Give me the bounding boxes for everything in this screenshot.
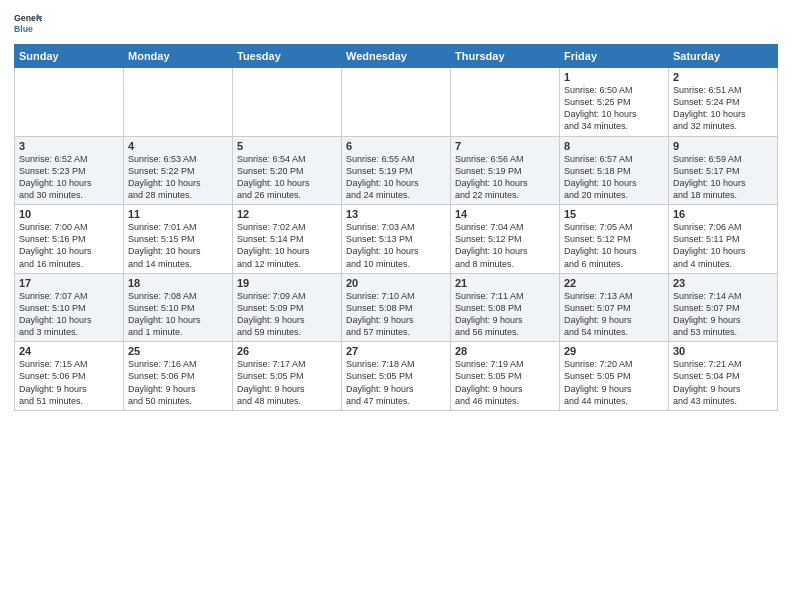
day-number: 27 [346, 345, 446, 357]
weekday-header-monday: Monday [124, 45, 233, 68]
day-cell: 4Sunrise: 6:53 AM Sunset: 5:22 PM Daylig… [124, 136, 233, 205]
day-cell: 6Sunrise: 6:55 AM Sunset: 5:19 PM Daylig… [342, 136, 451, 205]
day-info: Sunrise: 7:03 AM Sunset: 5:13 PM Dayligh… [346, 221, 446, 270]
day-info: Sunrise: 7:15 AM Sunset: 5:06 PM Dayligh… [19, 358, 119, 407]
week-row-2: 3Sunrise: 6:52 AM Sunset: 5:23 PM Daylig… [15, 136, 778, 205]
svg-text:Blue: Blue [14, 24, 33, 34]
day-cell: 27Sunrise: 7:18 AM Sunset: 5:05 PM Dayli… [342, 342, 451, 411]
calendar: SundayMondayTuesdayWednesdayThursdayFrid… [14, 44, 778, 411]
day-cell: 13Sunrise: 7:03 AM Sunset: 5:13 PM Dayli… [342, 205, 451, 274]
day-cell: 3Sunrise: 6:52 AM Sunset: 5:23 PM Daylig… [15, 136, 124, 205]
header: General Blue [14, 10, 778, 38]
logo: General Blue [14, 10, 46, 38]
day-cell: 28Sunrise: 7:19 AM Sunset: 5:05 PM Dayli… [451, 342, 560, 411]
day-cell: 8Sunrise: 6:57 AM Sunset: 5:18 PM Daylig… [560, 136, 669, 205]
day-info: Sunrise: 7:21 AM Sunset: 5:04 PM Dayligh… [673, 358, 773, 407]
day-info: Sunrise: 6:59 AM Sunset: 5:17 PM Dayligh… [673, 153, 773, 202]
day-info: Sunrise: 6:51 AM Sunset: 5:24 PM Dayligh… [673, 84, 773, 133]
day-number: 14 [455, 208, 555, 220]
day-number: 8 [564, 140, 664, 152]
day-cell: 2Sunrise: 6:51 AM Sunset: 5:24 PM Daylig… [669, 68, 778, 137]
day-number: 19 [237, 277, 337, 289]
weekday-header-friday: Friday [560, 45, 669, 68]
day-cell: 29Sunrise: 7:20 AM Sunset: 5:05 PM Dayli… [560, 342, 669, 411]
day-cell: 24Sunrise: 7:15 AM Sunset: 5:06 PM Dayli… [15, 342, 124, 411]
week-row-1: 1Sunrise: 6:50 AM Sunset: 5:25 PM Daylig… [15, 68, 778, 137]
day-info: Sunrise: 7:11 AM Sunset: 5:08 PM Dayligh… [455, 290, 555, 339]
day-number: 15 [564, 208, 664, 220]
day-info: Sunrise: 7:10 AM Sunset: 5:08 PM Dayligh… [346, 290, 446, 339]
day-info: Sunrise: 7:04 AM Sunset: 5:12 PM Dayligh… [455, 221, 555, 270]
day-info: Sunrise: 6:50 AM Sunset: 5:25 PM Dayligh… [564, 84, 664, 133]
weekday-header-saturday: Saturday [669, 45, 778, 68]
day-number: 4 [128, 140, 228, 152]
logo-icon: General Blue [14, 10, 42, 38]
page: General Blue SundayMondayTuesdayWednesda… [0, 0, 792, 612]
day-info: Sunrise: 7:07 AM Sunset: 5:10 PM Dayligh… [19, 290, 119, 339]
day-cell: 17Sunrise: 7:07 AM Sunset: 5:10 PM Dayli… [15, 273, 124, 342]
weekday-header-tuesday: Tuesday [233, 45, 342, 68]
day-cell: 9Sunrise: 6:59 AM Sunset: 5:17 PM Daylig… [669, 136, 778, 205]
day-number: 2 [673, 71, 773, 83]
day-cell: 22Sunrise: 7:13 AM Sunset: 5:07 PM Dayli… [560, 273, 669, 342]
weekday-header-row: SundayMondayTuesdayWednesdayThursdayFrid… [15, 45, 778, 68]
day-info: Sunrise: 7:20 AM Sunset: 5:05 PM Dayligh… [564, 358, 664, 407]
week-row-3: 10Sunrise: 7:00 AM Sunset: 5:16 PM Dayli… [15, 205, 778, 274]
day-info: Sunrise: 7:02 AM Sunset: 5:14 PM Dayligh… [237, 221, 337, 270]
day-cell: 30Sunrise: 7:21 AM Sunset: 5:04 PM Dayli… [669, 342, 778, 411]
day-info: Sunrise: 7:16 AM Sunset: 5:06 PM Dayligh… [128, 358, 228, 407]
day-info: Sunrise: 7:01 AM Sunset: 5:15 PM Dayligh… [128, 221, 228, 270]
day-cell: 15Sunrise: 7:05 AM Sunset: 5:12 PM Dayli… [560, 205, 669, 274]
weekday-header-thursday: Thursday [451, 45, 560, 68]
day-cell: 12Sunrise: 7:02 AM Sunset: 5:14 PM Dayli… [233, 205, 342, 274]
day-info: Sunrise: 7:08 AM Sunset: 5:10 PM Dayligh… [128, 290, 228, 339]
day-number: 10 [19, 208, 119, 220]
day-number: 7 [455, 140, 555, 152]
day-cell: 21Sunrise: 7:11 AM Sunset: 5:08 PM Dayli… [451, 273, 560, 342]
day-number: 17 [19, 277, 119, 289]
day-cell: 10Sunrise: 7:00 AM Sunset: 5:16 PM Dayli… [15, 205, 124, 274]
day-number: 13 [346, 208, 446, 220]
day-info: Sunrise: 7:00 AM Sunset: 5:16 PM Dayligh… [19, 221, 119, 270]
day-cell [15, 68, 124, 137]
day-number: 12 [237, 208, 337, 220]
day-cell: 26Sunrise: 7:17 AM Sunset: 5:05 PM Dayli… [233, 342, 342, 411]
day-info: Sunrise: 7:06 AM Sunset: 5:11 PM Dayligh… [673, 221, 773, 270]
week-row-5: 24Sunrise: 7:15 AM Sunset: 5:06 PM Dayli… [15, 342, 778, 411]
day-number: 1 [564, 71, 664, 83]
day-number: 26 [237, 345, 337, 357]
day-cell: 19Sunrise: 7:09 AM Sunset: 5:09 PM Dayli… [233, 273, 342, 342]
day-info: Sunrise: 7:05 AM Sunset: 5:12 PM Dayligh… [564, 221, 664, 270]
day-cell [124, 68, 233, 137]
day-info: Sunrise: 6:55 AM Sunset: 5:19 PM Dayligh… [346, 153, 446, 202]
day-number: 16 [673, 208, 773, 220]
day-number: 6 [346, 140, 446, 152]
day-cell: 5Sunrise: 6:54 AM Sunset: 5:20 PM Daylig… [233, 136, 342, 205]
day-cell: 11Sunrise: 7:01 AM Sunset: 5:15 PM Dayli… [124, 205, 233, 274]
day-info: Sunrise: 7:13 AM Sunset: 5:07 PM Dayligh… [564, 290, 664, 339]
day-info: Sunrise: 7:17 AM Sunset: 5:05 PM Dayligh… [237, 358, 337, 407]
day-number: 24 [19, 345, 119, 357]
day-cell [342, 68, 451, 137]
day-info: Sunrise: 6:57 AM Sunset: 5:18 PM Dayligh… [564, 153, 664, 202]
day-cell: 14Sunrise: 7:04 AM Sunset: 5:12 PM Dayli… [451, 205, 560, 274]
weekday-header-sunday: Sunday [15, 45, 124, 68]
day-cell: 7Sunrise: 6:56 AM Sunset: 5:19 PM Daylig… [451, 136, 560, 205]
day-number: 25 [128, 345, 228, 357]
day-number: 23 [673, 277, 773, 289]
day-number: 18 [128, 277, 228, 289]
day-number: 29 [564, 345, 664, 357]
day-number: 9 [673, 140, 773, 152]
day-info: Sunrise: 7:14 AM Sunset: 5:07 PM Dayligh… [673, 290, 773, 339]
week-row-4: 17Sunrise: 7:07 AM Sunset: 5:10 PM Dayli… [15, 273, 778, 342]
day-cell: 1Sunrise: 6:50 AM Sunset: 5:25 PM Daylig… [560, 68, 669, 137]
day-cell [451, 68, 560, 137]
day-info: Sunrise: 6:54 AM Sunset: 5:20 PM Dayligh… [237, 153, 337, 202]
day-info: Sunrise: 6:56 AM Sunset: 5:19 PM Dayligh… [455, 153, 555, 202]
day-cell [233, 68, 342, 137]
day-info: Sunrise: 7:19 AM Sunset: 5:05 PM Dayligh… [455, 358, 555, 407]
day-cell: 20Sunrise: 7:10 AM Sunset: 5:08 PM Dayli… [342, 273, 451, 342]
day-cell: 18Sunrise: 7:08 AM Sunset: 5:10 PM Dayli… [124, 273, 233, 342]
day-info: Sunrise: 7:09 AM Sunset: 5:09 PM Dayligh… [237, 290, 337, 339]
day-info: Sunrise: 6:52 AM Sunset: 5:23 PM Dayligh… [19, 153, 119, 202]
